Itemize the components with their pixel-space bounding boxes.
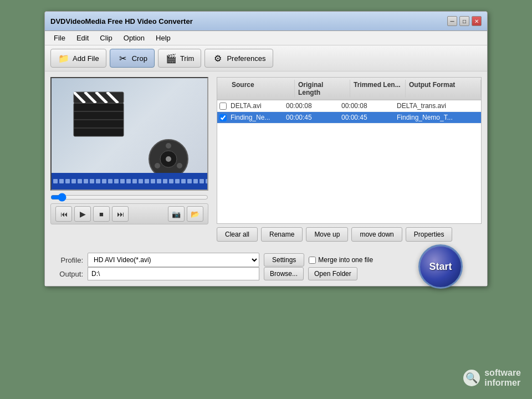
main-content: ⏮ ▶ ■ ⏭ 📷 📂 Source Original Length Trimm… [45, 71, 487, 247]
film-hole [200, 179, 204, 183]
title-bar: DVDVideoMedia Free HD Video Converter ─ … [45, 12, 487, 31]
list-actions: Clear all Rename Move up move down Prope… [217, 227, 482, 242]
film-hole [139, 179, 143, 183]
merge-checkbox[interactable] [309, 257, 316, 264]
svg-point-16 [155, 163, 160, 168]
film-hole [102, 179, 106, 183]
move-down-button[interactable]: move down [351, 227, 402, 242]
preview-area [50, 77, 208, 191]
rename-button[interactable]: Rename [261, 227, 303, 242]
move-up-button[interactable]: Move up [306, 227, 348, 242]
film-hole [193, 179, 198, 183]
file-orig-1: 00:00:08 [284, 101, 339, 110]
properties-button[interactable]: Properties [406, 227, 453, 242]
window-title: DVDVideoMedia Free HD Video Converter [50, 17, 193, 25]
menu-option[interactable]: Option [119, 32, 149, 44]
film-hole [132, 179, 137, 183]
menu-edit[interactable]: Edit [72, 32, 93, 44]
file-list-header: Source Original Length Trimmed Len... Ou… [217, 78, 481, 100]
playback-controls: ⏮ ▶ ■ ⏭ 📷 📂 [50, 203, 208, 224]
film-hole [175, 179, 180, 183]
file-row[interactable]: Finding_Ne... 00:00:45 00:00:45 Finding_… [217, 112, 481, 124]
crop-icon: ✂ [117, 52, 129, 64]
film-hole [145, 179, 149, 183]
stop-button[interactable]: ■ [93, 206, 110, 222]
checkbox-delta[interactable] [219, 103, 227, 110]
fast-forward-button[interactable]: ⏭ [112, 206, 129, 222]
trim-button[interactable]: 🎬 Trim [158, 49, 202, 68]
bottom-fields: Profile: HD AVI Video(*.avi) HD MP4 Vide… [53, 253, 479, 280]
open-folder-button[interactable]: Open Folder [308, 267, 357, 280]
profile-label: Profile: [53, 256, 83, 264]
film-hole [151, 179, 155, 183]
preferences-label: Preferences [227, 54, 265, 63]
profile-row: Profile: HD AVI Video(*.avi) HD MP4 Vide… [53, 253, 479, 267]
file-trim-1: 00:00:08 [339, 101, 395, 110]
file-checkbox-1[interactable] [217, 103, 228, 110]
film-hole [84, 179, 88, 183]
filmstrip [52, 173, 207, 190]
output-row: Output: Browse... Open Folder [53, 267, 479, 280]
trim-label: Trim [180, 54, 195, 63]
profile-select[interactable]: HD AVI Video(*.avi) HD MP4 Video(*.mp4) … [88, 253, 259, 267]
trim-icon: 🎬 [165, 52, 177, 64]
crop-button[interactable]: ✂ Crop [110, 49, 155, 68]
col-header-source: Source [228, 80, 295, 98]
output-label: Output: [53, 270, 83, 278]
clapperboard-icon [68, 89, 129, 139]
file-name-1: DELTA.avi [228, 101, 284, 110]
open-clip-button[interactable]: 📂 [187, 206, 203, 222]
col-header-trimmed: Trimmed Len... [350, 80, 406, 98]
col-header-output: Output Format [406, 80, 481, 98]
play-button[interactable]: ▶ [74, 206, 91, 222]
merge-checkbox-wrapper: Merge into one file [309, 256, 373, 264]
film-hole [120, 179, 125, 183]
main-window: DVDVideoMedia Free HD Video Converter ─ … [44, 11, 488, 287]
browse-button[interactable]: Browse... [264, 267, 304, 280]
clear-all-button[interactable]: Clear all [217, 227, 258, 242]
toolbar: 📁 Add File ✂ Crop 🎬 Trim ⚙ Preferences [45, 45, 487, 71]
file-checkbox-2[interactable] [217, 114, 228, 121]
menu-help[interactable]: Help [151, 32, 175, 44]
file-output-2: Finding_Nemo_T... [395, 113, 481, 122]
film-hole [53, 179, 58, 183]
snapshot-button[interactable]: 📷 [168, 206, 185, 222]
add-file-icon: 📁 [58, 52, 70, 64]
film-hole [71, 179, 76, 183]
film-hole [90, 179, 94, 183]
add-file-button[interactable]: 📁 Add File [50, 49, 106, 68]
window-controls: ─ □ ✕ [447, 16, 482, 26]
seek-bar[interactable] [50, 193, 208, 201]
menu-file[interactable]: File [49, 32, 70, 44]
bottom-area: Profile: HD AVI Video(*.avi) HD MP4 Vide… [53, 253, 479, 280]
file-output-1: DELTA_trans.avi [395, 101, 481, 110]
film-hole [206, 179, 208, 183]
checkbox-finding-nemo[interactable] [219, 114, 227, 121]
rewind-button[interactable]: ⏮ [55, 206, 72, 222]
film-hole [163, 179, 167, 183]
svg-point-13 [166, 156, 171, 162]
preferences-button[interactable]: ⚙ Preferences [204, 49, 273, 68]
start-button[interactable]: Start [418, 244, 463, 289]
film-hole [169, 179, 173, 183]
file-list-container: Source Original Length Trimmed Len... Ou… [217, 77, 482, 224]
merge-label: Merge into one file [318, 256, 373, 264]
output-path-input[interactable] [88, 267, 259, 280]
film-hole [126, 179, 131, 183]
minimize-button[interactable]: ─ [447, 16, 457, 26]
settings-button[interactable]: Settings [264, 253, 304, 267]
film-hole [108, 179, 112, 183]
seek-slider[interactable] [50, 195, 208, 200]
menu-clip[interactable]: Clip [95, 32, 116, 44]
menu-bar: File Edit Clip Option Help [45, 31, 487, 45]
svg-point-15 [177, 163, 182, 168]
close-button[interactable]: ✕ [472, 16, 482, 26]
bottom-panel: Profile: HD AVI Video(*.avi) HD MP4 Vide… [45, 247, 487, 286]
crop-label: Crop [132, 54, 147, 63]
film-hole [65, 179, 70, 183]
file-row[interactable]: DELTA.avi 00:00:08 00:00:08 DELTA_trans.… [217, 100, 481, 112]
preview-movie [52, 78, 207, 190]
maximize-button[interactable]: □ [459, 16, 469, 26]
svg-point-14 [166, 143, 171, 149]
film-hole [187, 179, 192, 183]
